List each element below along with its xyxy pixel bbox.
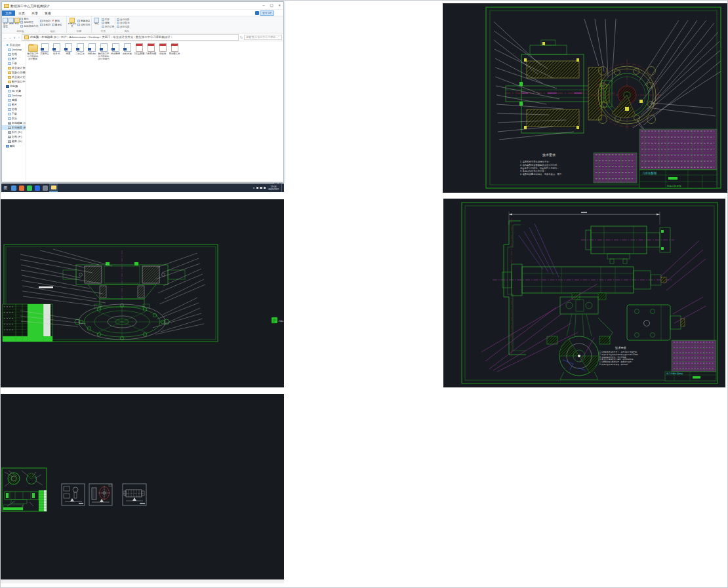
app-icon[interactable] <box>43 186 48 191</box>
file-item[interactable]: 零件图汇总 <box>169 43 180 60</box>
desktop-file-icon[interactable]: 刀盘.dwg <box>272 317 284 323</box>
back-button[interactable]: ← <box>3 35 7 39</box>
input-method-icon[interactable] <box>264 187 266 189</box>
maximize-button[interactable]: ▢ <box>268 2 275 9</box>
tab-file[interactable]: 文件 <box>2 10 15 16</box>
part-thumbnail-1[interactable] <box>62 484 85 505</box>
search-input[interactable] <box>244 35 282 40</box>
open-icon <box>102 18 104 21</box>
disk-icon <box>8 127 11 129</box>
refresh-button[interactable]: ↻ <box>239 35 243 39</box>
part-thumbnail-3[interactable] <box>123 484 146 505</box>
sidebar-item-quick-access[interactable]: ⌄快速访问 <box>2 43 26 47</box>
sidebar-item-downloads2[interactable]: 下载 <box>2 111 26 116</box>
breadcrumb[interactable]: 此电脑 › 本地磁盘 (E:) › 用户 › Administrator › D… <box>22 34 239 41</box>
file-item[interactable]: 任务书 <box>51 43 62 60</box>
sidebar-item-disk-e-selected[interactable]: 本地磁盘 (E:) <box>2 125 26 130</box>
navigation-pane: ⌄快速访问 Desktop 文档 图片 下载 毕业设计资料 最新论文模板(W60… <box>2 41 26 181</box>
documents-icon <box>8 108 11 111</box>
browser-icon[interactable] <box>11 186 16 191</box>
invert-selection-button[interactable]: 反向选择 <box>117 25 129 29</box>
ribbon-group-new: 新建文件夹 新建项目 轻松访问 新建 <box>67 16 92 33</box>
rename-button[interactable]: 重命名 <box>52 23 62 27</box>
sidebar-item-pictures[interactable]: 图片 <box>2 56 26 61</box>
wechat-icon[interactable] <box>27 186 32 191</box>
sidebar-item-documents[interactable]: 文档 <box>2 52 26 56</box>
tab-share[interactable]: 共享 <box>28 10 41 16</box>
copy-button[interactable]: 复制 <box>9 17 14 29</box>
history-button[interactable]: 历史记录 <box>102 25 114 29</box>
word-doc-icon <box>53 43 60 52</box>
svg-text:6. 试运行合格后涂防锈油，做好防护。: 6. 试运行合格后涂防锈油，做好防护。 <box>599 363 630 366</box>
network-icon[interactable] <box>260 187 262 189</box>
qq-icon[interactable] <box>35 186 40 191</box>
volume-icon[interactable] <box>256 187 259 189</box>
sidebar-item-music[interactable]: 音乐 <box>2 116 26 121</box>
tab-home[interactable]: 主页 <box>15 10 28 16</box>
sidebar-item-disk-d[interactable]: 软件 (D:) <box>2 130 26 134</box>
delete-icon: ✗ <box>52 20 54 22</box>
sidebar-item-pinned-folder[interactable]: 毕业设计文件夹 <box>2 75 26 79</box>
file-item[interactable]: 数控加工中心刀库机构设计图纸 <box>28 43 39 60</box>
ribbon-group-clipboard: 固定到快速访问 复制 粘贴 剪切 复制路径 粘贴快捷方式 剪贴板 <box>2 16 39 33</box>
file-item[interactable]: 数控加工中心刀库机构设计说明书 <box>98 43 110 60</box>
dropdown-button[interactable]: ∨ <box>12 35 16 39</box>
file-item[interactable]: 刀库装配图 <box>134 43 145 60</box>
firefox-icon[interactable] <box>19 186 24 191</box>
start-button[interactable]: ⊞ <box>1 184 10 192</box>
sidebar-item-3d-objects[interactable]: 3D 对象 <box>2 88 26 93</box>
minimize-button[interactable]: – <box>260 2 268 9</box>
show-desktop-button[interactable] <box>281 184 283 192</box>
up-button[interactable]: ↑ <box>17 35 21 39</box>
new-folder-button[interactable]: 新建文件夹 <box>68 17 77 29</box>
file-item[interactable]: 外文翻译 <box>110 43 121 60</box>
sidebar-item-this-pc[interactable]: ⌄此电脑 <box>2 84 26 88</box>
sidebar-item-disk-g[interactable]: 磁盘 (G:) <box>2 139 26 144</box>
title-bar[interactable]: 数控加工中心刀库机构设计 – ▢ × <box>2 2 283 10</box>
sidebar-item-disk-c[interactable]: 本地磁盘 (C:) <box>2 121 26 125</box>
assembly-thumbnail[interactable] <box>2 468 47 511</box>
sidebar-item-pictures2[interactable]: 图片 <box>2 102 26 107</box>
sidebar-item-pinned-folder[interactable]: 最新论文模板(W60) <box>2 70 26 75</box>
sidebar-item-network[interactable]: ›网络 <box>2 144 26 148</box>
sidebar-item-downloads[interactable]: 下载 <box>2 61 26 66</box>
forward-button[interactable]: → <box>8 35 12 39</box>
chevron-icon[interactable]: ⌄ <box>3 44 6 47</box>
file-item[interactable]: 说明.doc <box>87 43 98 60</box>
tab-view[interactable]: 查看 <box>41 10 54 16</box>
paste-button[interactable]: 粘贴 <box>14 17 20 29</box>
file-item[interactable]: 传动轴 <box>157 43 169 60</box>
file-item[interactable]: 开题报告 <box>39 43 51 60</box>
taskbar-clock[interactable]: 17:06 2021/7/27 <box>267 186 280 191</box>
desktop-montage: 数控加工中心刀库机构设计 – ▢ × 文件 主页 共享 查看 登录 UP 固定到… <box>0 0 728 588</box>
file-explorer-taskbar-button[interactable] <box>49 184 58 192</box>
file-item[interactable]: 文献综述 <box>122 43 133 60</box>
sidebar-item-desktop2[interactable]: Desktop <box>2 93 26 98</box>
easy-access-button[interactable]: 轻松访问 <box>77 23 90 27</box>
file-item[interactable]: 摘要 <box>63 43 74 60</box>
file-item[interactable]: 论文正文 <box>75 43 86 60</box>
tray-chevron-icon[interactable]: ∧ <box>253 186 254 189</box>
pin-quick-access-button[interactable]: 固定到快速访问 <box>3 17 9 29</box>
sidebar-item-documents2[interactable]: 文档 <box>2 107 26 111</box>
disc-section-view <box>63 250 185 312</box>
disk-icon <box>8 122 11 125</box>
edit-icon <box>102 22 104 24</box>
close-button[interactable]: × <box>275 2 283 9</box>
properties-button[interactable]: 属性 <box>92 17 101 29</box>
sidebar-item-desktop[interactable]: Desktop <box>2 47 26 52</box>
svg-text:3. 各运动副动作灵活，无卡滞现象；: 3. 各运动副动作灵活，无卡滞现象； <box>599 356 628 359</box>
paste-shortcut-button[interactable]: 粘贴快捷方式 <box>20 24 38 28</box>
disk-icon <box>8 140 11 143</box>
properties-icon <box>94 18 99 23</box>
part-thumbnail-2[interactable] <box>89 484 112 505</box>
explorer-body: ⌄快速访问 Desktop 文档 图片 下载 毕业设计资料 最新论文模板(W60… <box>2 41 283 181</box>
sidebar-item-videos[interactable]: 视频 <box>2 98 26 102</box>
copy-to-button[interactable]: 复制到 <box>40 23 51 27</box>
sidebar-item-disk-f[interactable]: 文档 (F:) <box>2 134 26 139</box>
sidebar-item-pinned-folder[interactable]: 毕业设计资料 <box>2 66 26 70</box>
desktop-icon <box>8 49 11 51</box>
account-badge[interactable]: 登录 UP <box>255 10 274 16</box>
sidebar-item-pinned-folder[interactable]: 数控加工中心刀库 <box>2 79 26 84</box>
file-item[interactable]: 刀盘零件图 <box>146 43 157 60</box>
